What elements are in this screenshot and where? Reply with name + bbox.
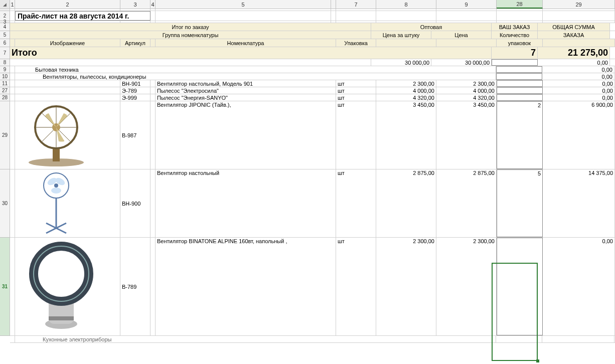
cell-sum[interactable]: 0,00: [543, 94, 615, 101]
category-label: Вентиляторы, пылесосы, кондиционеры: [15, 73, 496, 80]
cell-price[interactable]: 4 320,00: [376, 94, 436, 101]
cell-qty[interactable]: [497, 80, 543, 87]
cell-sum[interactable]: 0,00: [543, 80, 615, 87]
row-header-10[interactable]: 10: [0, 73, 10, 80]
row-header-28[interactable]: 28: [0, 94, 10, 101]
cell-price[interactable]: 2 300,00: [376, 80, 436, 87]
col-header-7[interactable]: 7: [336, 0, 376, 9]
cell-unit[interactable]: шт: [336, 80, 376, 87]
cell[interactable]: 30 000,00: [431, 59, 492, 66]
cell-artikul[interactable]: В-789: [120, 238, 150, 335]
cell-qty-active[interactable]: [497, 238, 543, 335]
cell-artikul[interactable]: Э-789: [120, 87, 150, 94]
cell-price[interactable]: 2 875,00: [376, 169, 436, 237]
cell-name[interactable]: Вентилятор настольный: [156, 169, 336, 237]
row-header-8[interactable]: 8: [0, 59, 10, 66]
cell-artikul[interactable]: ВН-901: [120, 80, 150, 87]
col-header-29[interactable]: 29: [543, 0, 615, 9]
row-header-27[interactable]: 27: [0, 87, 10, 94]
row-header-30[interactable]: 30: [0, 169, 10, 238]
cell-sum[interactable]: 6 900,00: [543, 101, 615, 169]
row-header-29[interactable]: 29: [0, 101, 10, 169]
cell-name[interactable]: Вентилятор JIPONIC (Тайв.),: [156, 101, 336, 169]
row-headers: 2 3 4 5 6 7 8 9 10 11 27 28 29 30 31: [0, 9, 10, 336]
cell-sum[interactable]: 0,00: [543, 238, 615, 335]
cell-qty[interactable]: 2: [497, 101, 543, 169]
cell[interactable]: 30 000,00: [371, 59, 431, 66]
spreadsheet[interactable]: ◢ 1 2 3 4 5 7 8 9 28 29 2 3 4 5 6 7 8 9 …: [0, 0, 615, 364]
col-header-4[interactable]: 4: [150, 0, 156, 9]
cell[interactable]: 0,00: [542, 73, 614, 80]
cell-sum[interactable]: 0,00: [543, 87, 615, 94]
cell-unit[interactable]: шт: [336, 94, 376, 101]
cell-sum[interactable]: 14 375,00: [543, 169, 615, 237]
cell-unit[interactable]: шт: [336, 87, 376, 94]
header-row-3: Изображение Артикул Номенклатура Упаковк…: [10, 39, 615, 47]
col-header-9[interactable]: 9: [436, 0, 497, 9]
table-row: Э-789 Пылесос "Электросила" шт 4 000,00 …: [10, 87, 615, 94]
col-header-3[interactable]: 3: [120, 0, 150, 9]
col-header-8[interactable]: 8: [376, 0, 436, 9]
hdr-upakovok: упаковок: [497, 39, 543, 47]
hdr-kolichestvo: Количество: [492, 31, 538, 39]
itogo-row: Итого 7 21 275,00: [10, 47, 615, 59]
row-header-6[interactable]: 6: [0, 39, 10, 47]
product-image: [15, 169, 120, 237]
row-header-7[interactable]: 7: [0, 47, 10, 59]
cell-price[interactable]: 4 320,00: [436, 94, 497, 101]
cell-unit[interactable]: шт: [336, 169, 376, 237]
col-header-6[interactable]: [331, 0, 336, 9]
cell-unit[interactable]: шт: [336, 101, 376, 169]
cell[interactable]: 0,00: [542, 66, 614, 73]
cell-artikul[interactable]: В-987: [120, 101, 150, 169]
cell-price[interactable]: 4 000,00: [376, 87, 436, 94]
product-image: [15, 101, 120, 169]
itogo-sum: 21 275,00: [538, 47, 610, 59]
cell-artikul[interactable]: Э-999: [120, 94, 150, 101]
hdr-cena: Цена: [431, 31, 492, 39]
select-all-corner[interactable]: ◢: [0, 0, 10, 9]
svg-point-14: [51, 188, 61, 194]
cell-price[interactable]: 3 450,00: [376, 101, 436, 169]
cell-artikul[interactable]: ВН-900: [120, 169, 150, 237]
cell-price[interactable]: 2 300,00: [436, 238, 497, 335]
row-header-31[interactable]: 31: [0, 238, 10, 336]
row-header-5[interactable]: 5: [0, 31, 10, 39]
row-header-11[interactable]: 11: [0, 80, 10, 87]
row-header-9[interactable]: 9: [0, 66, 10, 73]
header-row-2: Группа номенклатуры Цена за штуку Цена К…: [10, 31, 615, 39]
cell-unit[interactable]: шт: [336, 238, 376, 335]
fill-handle[interactable]: [536, 359, 539, 362]
cell[interactable]: [496, 73, 542, 80]
row-header-4[interactable]: 4: [0, 23, 10, 31]
category-row: Вентиляторы, пылесосы, кондиционеры 0,00: [10, 73, 615, 80]
cell-price[interactable]: 3 450,00: [436, 101, 497, 169]
svg-point-20: [34, 246, 89, 301]
title-row: Прайс-лист на 28 августа 2014 г.: [10, 11, 615, 21]
cell[interactable]: [496, 66, 542, 73]
cell-qty[interactable]: [497, 87, 543, 94]
cell-price[interactable]: 2 875,00: [436, 169, 497, 237]
col-header-2[interactable]: 2: [15, 0, 120, 9]
col-header-5[interactable]: 5: [156, 0, 331, 9]
hdr-artikul: Артикул: [120, 39, 150, 47]
table-row: В-987 Вентилятор JIPONIC (Тайв.), шт 3 4…: [10, 101, 615, 169]
cell-qty[interactable]: 5: [497, 169, 543, 237]
cell-price[interactable]: 2 300,00: [376, 238, 436, 335]
cell-name[interactable]: Вентилятор настольный, Модель 901: [156, 80, 336, 87]
table-row: Э-999 Пылесос "Энергия-SANYO" шт 4 320,0…: [10, 94, 615, 101]
cell-price[interactable]: 4 000,00: [436, 87, 497, 94]
cell-name[interactable]: Вентилятор BINATONE ALPINE 160вт, наполь…: [156, 238, 336, 335]
cell-name[interactable]: Пылесос "Энергия-SANYO": [156, 94, 336, 101]
cell[interactable]: 0,00: [538, 59, 610, 66]
cell-qty[interactable]: [497, 94, 543, 101]
hdr-optovaya: Оптовая: [371, 23, 492, 31]
cell-name[interactable]: Пылесос "Электросила": [156, 87, 336, 94]
cell[interactable]: [492, 59, 538, 66]
col-header-28[interactable]: 28: [497, 0, 543, 9]
category-row: Бытовая техника 0,00: [10, 66, 615, 73]
col-header-1[interactable]: 1: [10, 0, 15, 9]
category-label: Бытовая техника: [15, 66, 496, 73]
category-row: Кухонные электроприборы: [10, 336, 615, 343]
cell-price[interactable]: 2 300,00: [436, 80, 497, 87]
